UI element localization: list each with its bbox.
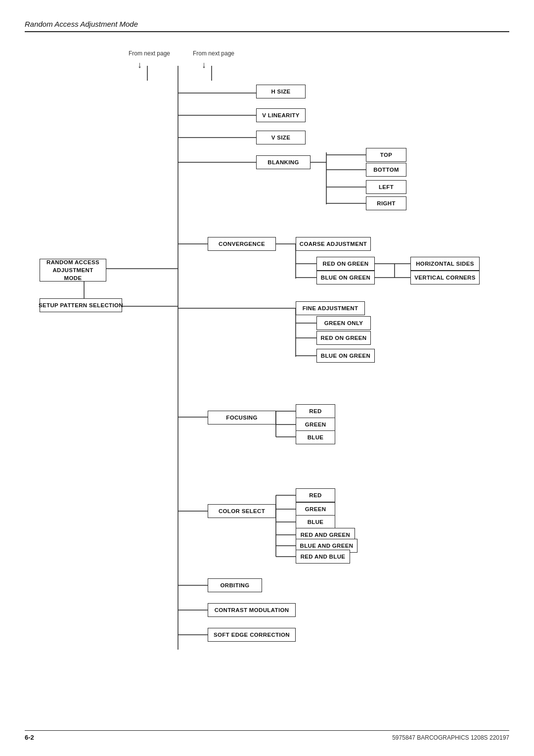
setup-pattern-box: SETUP PATTERN SELECTION	[40, 298, 122, 312]
footer-page: 6-2	[25, 734, 34, 741]
horizontal-sides-box: HORIZONTAL SIDES	[410, 257, 480, 271]
soft-edge-box: SOFT EDGE CORRECTION	[208, 628, 296, 642]
diagram-area: From next page From next page	[25, 41, 509, 704]
cs-red-box: RED	[296, 488, 335, 502]
convergence-box: CONVERGENCE	[208, 237, 276, 251]
page: Random Access Adjustment Mode From next …	[0, 0, 534, 756]
focusing-green-box: GREEN	[296, 418, 335, 431]
vertical-corners-box: VERTICAL CORNERS	[410, 271, 480, 284]
from-next-page-arrow-right: ↓	[202, 60, 206, 70]
red-on-green-fine-box: RED ON GREEN	[316, 331, 371, 345]
cs-green-box: GREEN	[296, 502, 335, 516]
left-box: LEFT	[366, 180, 406, 194]
cs-blue-box: BLUE	[296, 515, 335, 529]
contrast-modulation-box: CONTRAST MODULATION	[208, 603, 296, 617]
v-size-box: V SIZE	[256, 131, 306, 144]
top-box: TOP	[366, 148, 406, 162]
h-size-box: H SIZE	[256, 85, 306, 98]
from-next-page-left-label: From next page	[129, 50, 170, 57]
header-section: Random Access Adjustment Mode	[25, 20, 509, 32]
focusing-blue-box: BLUE	[296, 430, 335, 444]
footer-doc: 5975847 BARCOGRAPHICS 1208S 220197	[392, 734, 509, 741]
focusing-red-box: RED	[296, 404, 335, 418]
coarse-adjustment-box: COARSE ADJUSTMENT	[296, 237, 371, 251]
blue-on-green-fine-box: BLUE ON GREEN	[316, 349, 375, 363]
red-on-green-coarse-box: RED ON GREEN	[316, 257, 375, 271]
blanking-box: BLANKING	[256, 155, 311, 169]
color-select-box: COLOR SELECT	[208, 504, 276, 518]
from-next-page-arrow-left: ↓	[137, 60, 142, 70]
from-next-page-right-label: From next page	[193, 50, 234, 57]
page-title: Random Access Adjustment Mode	[25, 20, 138, 28]
focusing-box: FOCUSING	[208, 411, 276, 425]
footer: 6-2 5975847 BARCOGRAPHICS 1208S 220197	[25, 730, 509, 741]
orbiting-box: ORBITING	[208, 578, 262, 592]
green-only-box: GREEN ONLY	[316, 316, 371, 330]
cs-red-and-blue-box: RED AND BLUE	[296, 550, 350, 564]
right-box: RIGHT	[366, 196, 406, 210]
fine-adjustment-box: FINE ADJUSTMENT	[296, 301, 365, 315]
v-linearity-box: V LINEARITY	[256, 108, 306, 122]
bottom-box: BOTTOM	[366, 163, 406, 177]
blue-on-green-coarse-box: BLUE ON GREEN	[316, 271, 375, 284]
random-access-box: RANDOM ACCESS ADJUSTMENT MODE	[40, 259, 106, 282]
